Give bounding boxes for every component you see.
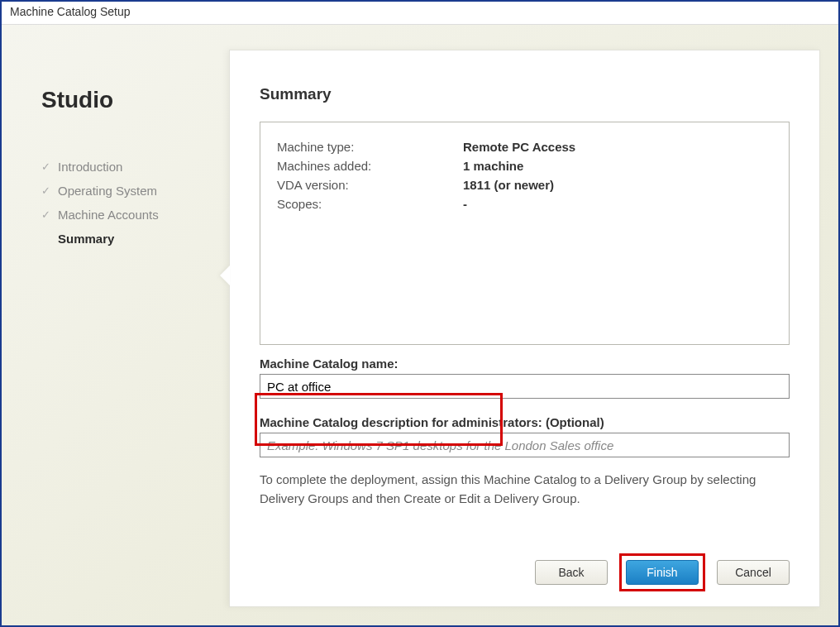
- catalog-description-input[interactable]: [260, 433, 790, 457]
- summary-value: 1 machine: [463, 159, 523, 173]
- step-label: Machine Accounts: [58, 208, 159, 222]
- catalog-description-label: Machine Catalog description for administ…: [260, 415, 790, 429]
- summary-value: -: [463, 197, 467, 211]
- step-label: Operating System: [58, 184, 157, 198]
- panel-heading: Summary: [260, 85, 790, 103]
- step-machine-accounts[interactable]: ✓ Machine Accounts: [41, 203, 215, 227]
- summary-label: VDA version:: [277, 178, 463, 192]
- step-introduction[interactable]: ✓ Introduction: [41, 155, 215, 179]
- step-label: Summary: [58, 232, 114, 246]
- summary-value: Remote PC Access: [463, 140, 575, 154]
- summary-row-scopes: Scopes: -: [277, 194, 772, 213]
- catalog-name-label: Machine Catalog name:: [260, 357, 790, 371]
- summary-box: Machine type: Remote PC Access Machines …: [260, 122, 790, 345]
- wizard-sidebar: Studio ✓ Introduction ✓ Operating System…: [41, 87, 215, 251]
- deployment-hint: To complete the deployment, assign this …: [260, 471, 790, 508]
- wizard-body: Studio ✓ Introduction ✓ Operating System…: [2, 25, 838, 625]
- wizard-buttons: Back Finish Cancel: [535, 558, 790, 586]
- back-button[interactable]: Back: [535, 560, 608, 585]
- step-operating-system[interactable]: ✓ Operating System: [41, 179, 215, 203]
- summary-row-machine-type: Machine type: Remote PC Access: [277, 137, 772, 156]
- check-icon: ✓: [41, 160, 53, 173]
- window-title: Machine Catalog Setup: [2, 2, 838, 25]
- summary-label: Machine type:: [277, 140, 463, 154]
- step-summary[interactable]: ✓ Summary: [41, 227, 215, 251]
- summary-row-machines-added: Machines added: 1 machine: [277, 156, 772, 175]
- summary-row-vda-version: VDA version: 1811 (or newer): [277, 175, 772, 194]
- finish-button[interactable]: Finish: [626, 560, 699, 585]
- check-icon: ✓: [41, 184, 53, 197]
- main-panel: Summary Machine type: Remote PC Access M…: [229, 50, 820, 607]
- step-label: Introduction: [58, 160, 122, 174]
- catalog-name-input[interactable]: [260, 374, 790, 399]
- check-icon: ✓: [41, 208, 53, 221]
- step-list: ✓ Introduction ✓ Operating System ✓ Mach…: [41, 155, 215, 251]
- summary-label: Machines added:: [277, 159, 463, 173]
- brand-title: Studio: [41, 87, 215, 113]
- cancel-button[interactable]: Cancel: [717, 560, 790, 585]
- summary-value: 1811 (or newer): [463, 178, 554, 192]
- summary-label: Scopes:: [277, 197, 463, 211]
